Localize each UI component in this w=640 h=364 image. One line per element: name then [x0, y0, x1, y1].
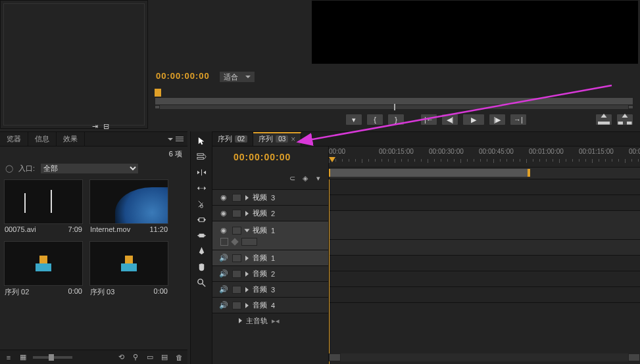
- eye-icon[interactable]: ◉: [219, 209, 228, 217]
- lift-button[interactable]: [595, 114, 612, 125]
- find-button-icon[interactable]: ⚲: [131, 353, 140, 362]
- audio-track-header[interactable]: 🔊 音频 3: [212, 282, 328, 298]
- program-scroll[interactable]: [155, 105, 633, 109]
- timeline-ruler[interactable]: 00:0000:00:15:0000:00:30:0000:00:45:0000…: [329, 147, 640, 168]
- eye-icon[interactable]: ◉: [219, 193, 228, 202]
- program-viewport[interactable]: [311, 0, 639, 64]
- audio-track-header[interactable]: 🔊 音频 2: [212, 266, 328, 282]
- work-area-bar[interactable]: [329, 168, 640, 179]
- list-view-icon[interactable]: ≡: [4, 353, 13, 362]
- expand-icon[interactable]: [245, 287, 249, 292]
- step-back-button[interactable]: ◀|: [441, 114, 458, 125]
- selection-tool[interactable]: [193, 134, 209, 147]
- video-track-header[interactable]: ◉ 视频 3: [212, 190, 328, 206]
- insert-icon[interactable]: ⇥: [92, 122, 98, 131]
- timeline-timecode[interactable]: 00:00:00:00: [212, 147, 328, 168]
- track-lane[interactable]: [329, 271, 640, 287]
- timeline-hscroll[interactable]: [329, 353, 640, 361]
- bin-item[interactable]: Internet.mov11:20: [89, 179, 168, 235]
- master-track-header[interactable]: 主音轨 ▸◂: [212, 313, 328, 328]
- close-icon[interactable]: ×: [291, 135, 295, 144]
- keyframe-icon[interactable]: [231, 238, 238, 245]
- speaker-icon[interactable]: 🔊: [219, 254, 228, 262]
- track-lane[interactable]: [329, 240, 640, 256]
- speaker-icon[interactable]: 🔊: [219, 301, 228, 309]
- video-track-header[interactable]: ◉ 视频 2: [212, 206, 328, 221]
- track-output-toggle[interactable]: [232, 270, 241, 278]
- find-icon[interactable]: ◯: [5, 164, 13, 173]
- track-lane[interactable]: [329, 211, 640, 240]
- track-select-tool[interactable]: [193, 150, 209, 163]
- slide-tool[interactable]: [193, 229, 209, 242]
- tab-info[interactable]: 信息: [28, 132, 57, 146]
- expand-icon[interactable]: [245, 195, 249, 200]
- new-item-icon[interactable]: ▤: [160, 353, 169, 362]
- collapse-icon[interactable]: [245, 229, 250, 232]
- track-output-toggle[interactable]: [232, 227, 241, 235]
- track-lane[interactable]: [329, 287, 640, 303]
- mark-out-button[interactable]: }: [387, 114, 405, 125]
- pen-tool[interactable]: [193, 244, 209, 258]
- bin-item[interactable]: 序列 030:00: [89, 241, 168, 298]
- bin-item[interactable]: 00075.avi7:09: [4, 179, 83, 235]
- expand-handle-icon[interactable]: ▸◂: [272, 317, 280, 325]
- extract-button[interactable]: [616, 114, 633, 125]
- marker-icon[interactable]: ◈: [301, 174, 310, 183]
- video-track-header[interactable]: ◉ 视频 1: [212, 221, 328, 250]
- track-output-toggle[interactable]: [232, 286, 241, 294]
- rate-stretch-tool[interactable]: [193, 181, 209, 194]
- track-output-toggle[interactable]: [232, 302, 241, 309]
- program-timecode[interactable]: 00:00:00:00: [156, 71, 210, 81]
- overwrite-icon[interactable]: ⊟: [103, 122, 109, 131]
- expand-icon[interactable]: [245, 211, 249, 216]
- tab-effects[interactable]: 效果: [57, 132, 85, 146]
- mark-in-button[interactable]: {: [366, 114, 383, 125]
- speaker-icon[interactable]: 🔊: [219, 269, 228, 278]
- step-forward-button[interactable]: |▶: [489, 114, 506, 125]
- timeline-tracks-area[interactable]: 00:0000:00:15:0000:00:30:0000:00:45:0000…: [329, 147, 640, 364]
- go-to-in-button[interactable]: |←: [420, 114, 437, 125]
- timeline-tab[interactable]: 序列 03 ×: [253, 132, 301, 146]
- icon-view-icon[interactable]: ▦: [18, 353, 28, 362]
- zoom-tool[interactable]: [193, 276, 209, 289]
- delete-icon[interactable]: 🗑: [174, 353, 184, 362]
- settings-icon[interactable]: ▾: [314, 174, 323, 183]
- filter-select[interactable]: 全部: [40, 163, 139, 174]
- eye-icon[interactable]: ◉: [219, 226, 228, 235]
- bin-item[interactable]: 序列 020:00: [4, 241, 83, 298]
- razor-tool[interactable]: [193, 197, 209, 210]
- source-panel: [0, 0, 148, 129]
- expand-icon[interactable]: [239, 318, 242, 323]
- zoom-fit-dropdown[interactable]: 适合: [219, 71, 255, 83]
- in-point-marker[interactable]: [155, 89, 161, 97]
- expand-icon[interactable]: [245, 303, 249, 308]
- thumb-size-slider[interactable]: [33, 356, 72, 359]
- expand-icon[interactable]: [245, 256, 249, 261]
- track-output-toggle[interactable]: [232, 254, 241, 262]
- audio-track-header[interactable]: 🔊 音频 4: [212, 298, 328, 313]
- track-output-toggle[interactable]: [232, 194, 241, 202]
- new-bin-icon[interactable]: ▭: [145, 353, 155, 362]
- ripple-edit-tool[interactable]: [193, 166, 209, 179]
- speaker-icon[interactable]: 🔊: [219, 285, 228, 294]
- slip-tool[interactable]: [193, 213, 209, 226]
- panel-menu[interactable]: [168, 132, 187, 146]
- track-lane[interactable]: [329, 195, 640, 211]
- track-lock-icon[interactable]: [220, 238, 228, 246]
- play-button[interactable]: ▶: [462, 114, 485, 125]
- track-output-toggle[interactable]: [232, 210, 241, 217]
- track-lane[interactable]: [329, 179, 640, 195]
- go-to-out-button[interactable]: →|: [510, 114, 527, 125]
- hand-tool[interactable]: [193, 260, 209, 273]
- playhead-indicator[interactable]: [329, 157, 335, 162]
- timeline-tab[interactable]: 序列 02: [212, 132, 253, 146]
- tab-browser[interactable]: 览器: [0, 132, 28, 146]
- track-lane[interactable]: [329, 256, 640, 271]
- expand-icon[interactable]: [245, 271, 249, 277]
- track-style-toggle[interactable]: [241, 238, 257, 246]
- playhead[interactable]: [329, 179, 330, 364]
- auto-match-icon[interactable]: ⟲: [116, 353, 126, 362]
- snap-icon[interactable]: ⊂: [287, 174, 297, 183]
- audio-track-header[interactable]: 🔊 音频 1: [212, 250, 328, 266]
- add-marker-button[interactable]: ▾: [345, 114, 362, 125]
